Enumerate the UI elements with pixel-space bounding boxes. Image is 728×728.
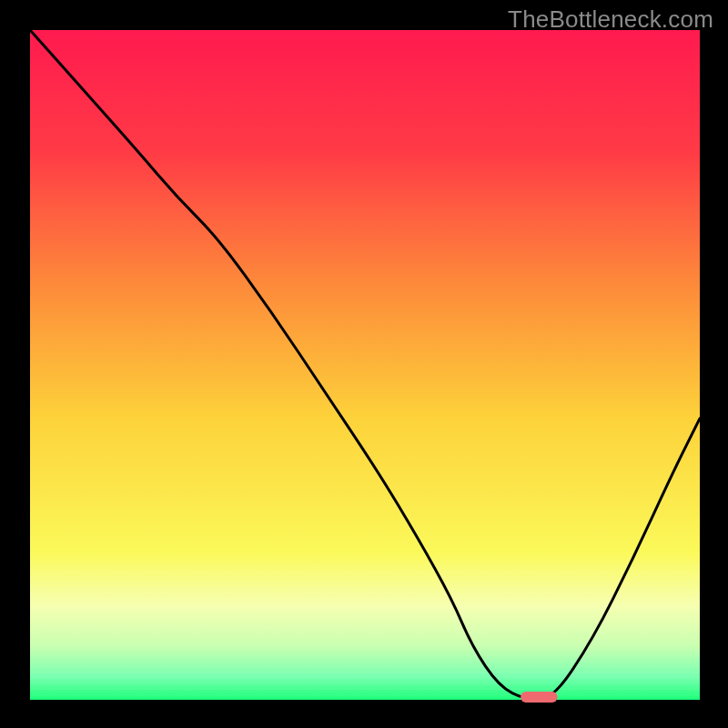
band-line	[30, 639, 700, 640]
band-line	[30, 694, 700, 695]
band-line	[30, 588, 700, 589]
band-line	[30, 689, 700, 690]
band-line	[30, 655, 700, 656]
watermark-text: TheBottleneck.com	[508, 5, 713, 34]
band-line	[30, 644, 700, 645]
band-line	[30, 593, 700, 594]
band-line	[30, 683, 700, 684]
band-line	[30, 577, 700, 578]
bottleneck-chart	[0, 0, 728, 728]
band-line	[30, 611, 700, 612]
band-line	[30, 582, 700, 583]
chart-stage: TheBottleneck.com	[0, 0, 728, 728]
band-line	[30, 571, 700, 572]
band-line	[30, 600, 700, 601]
band-line	[30, 661, 700, 662]
optimal-marker	[521, 692, 557, 703]
band-line	[30, 666, 700, 667]
band-line	[30, 677, 700, 678]
band-line	[30, 605, 700, 606]
band-line	[30, 650, 700, 651]
band-line	[30, 566, 700, 567]
band-line	[30, 632, 700, 633]
band-line	[30, 672, 700, 672]
band-line	[30, 616, 700, 617]
